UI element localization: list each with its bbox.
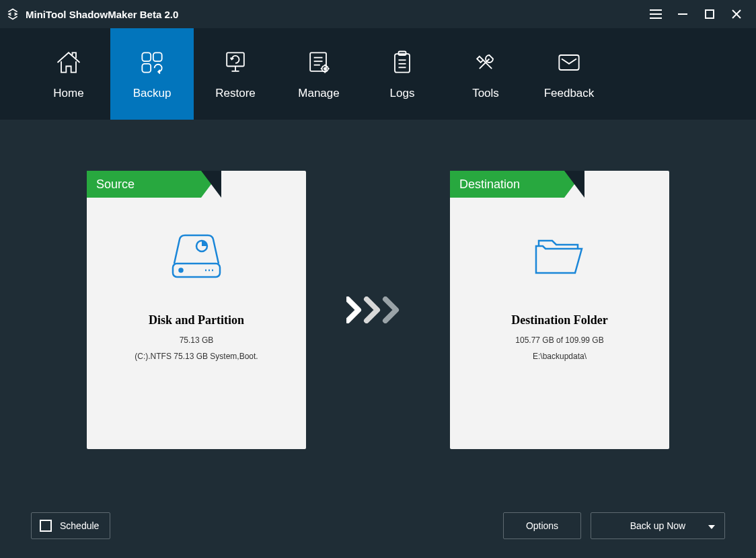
maximize-icon[interactable] [702,7,717,22]
svg-rect-9 [142,64,151,73]
destination-size: 105.77 GB of 109.99 GB [450,335,669,345]
folder-icon [450,231,669,285]
backup-icon [137,48,167,77]
options-label: Options [526,520,558,531]
dropdown-caret-icon[interactable] [708,520,715,531]
svg-rect-4 [706,10,714,18]
nav-label: Manage [298,87,339,100]
app-title: MiniTool ShadowMaker Beta 2.0 [26,9,648,20]
app-logo-icon [5,7,20,22]
nav-feedback[interactable]: Feedback [527,28,611,120]
destination-title: Destination Folder [450,313,669,327]
close-icon[interactable] [729,7,744,22]
source-title: Disk and Partition [87,313,306,327]
home-icon [54,48,83,77]
schedule-button[interactable]: Schedule [31,512,110,539]
nav-label: Feedback [544,87,595,100]
svg-point-30 [180,269,183,272]
svg-point-18 [324,68,326,70]
restore-icon [221,48,250,77]
source-card[interactable]: Source Disk and Partition 75.13 GB (C:).… [87,171,306,449]
manage-icon [304,48,334,77]
title-bar: MiniTool ShadowMaker Beta 2.0 [0,0,756,28]
feedback-icon [554,48,584,77]
nav-label: Tools [472,87,499,100]
source-detail: (C:).NTFS 75.13 GB System,Boot. [87,352,306,361]
nav-backup[interactable]: Backup [110,28,194,120]
nav-label: Home [53,87,83,100]
source-size: 75.13 GB [87,335,306,345]
source-header: Source [87,171,201,198]
destination-path: E:\backupdata\ [450,352,669,361]
nav-home[interactable]: Home [27,28,110,120]
minimize-icon[interactable] [675,7,690,22]
schedule-checkbox[interactable] [40,520,52,532]
svg-rect-8 [153,52,162,61]
tools-icon [471,48,500,77]
menu-icon[interactable] [648,7,663,22]
main-nav: Home Backup Restore Manage [0,28,756,120]
arrow-icon [346,171,410,449]
main-content: Source Disk and Partition 75.13 GB (C:).… [0,120,756,493]
destination-card[interactable]: Destination Destination Folder 105.77 GB… [450,171,669,449]
schedule-label: Schedule [60,520,99,531]
nav-label: Logs [390,87,415,100]
svg-rect-10 [227,52,244,66]
nav-label: Backup [133,87,172,100]
svg-rect-28 [559,55,578,70]
nav-restore[interactable]: Restore [194,28,277,120]
nav-label: Restore [215,87,256,100]
backup-now-button[interactable]: Back up Now [591,512,725,539]
options-button[interactable]: Options [503,512,581,539]
nav-tools[interactable]: Tools [444,28,527,120]
footer-bar: Schedule Options Back up Now [0,493,756,558]
disk-icon [87,231,306,285]
nav-manage[interactable]: Manage [277,28,361,120]
destination-header: Destination [450,171,564,198]
nav-logs[interactable]: Logs [361,28,444,120]
logs-icon [387,48,417,77]
svg-rect-7 [142,52,151,61]
backup-label: Back up Now [630,520,685,531]
